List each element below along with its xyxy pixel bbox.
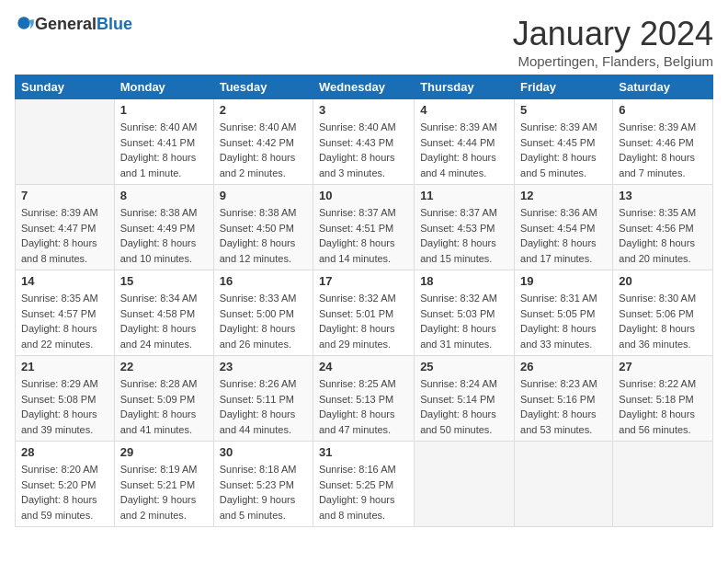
- header-day-tuesday: Tuesday: [213, 75, 313, 99]
- day-info: Sunrise: 8:22 AM Sunset: 5:18 PM Dayligh…: [619, 376, 707, 437]
- calendar-cell: 8Sunrise: 8:38 AM Sunset: 4:49 PM Daylig…: [114, 185, 213, 270]
- calendar-cell: 16Sunrise: 8:33 AM Sunset: 5:00 PM Dayli…: [213, 270, 313, 356]
- day-info: Sunrise: 8:28 AM Sunset: 5:09 PM Dayligh…: [120, 376, 208, 437]
- day-info: Sunrise: 8:39 AM Sunset: 4:47 PM Dayligh…: [21, 205, 108, 266]
- logo-text-blue: Blue: [97, 15, 132, 33]
- day-info: Sunrise: 8:31 AM Sunset: 5:05 PM Dayligh…: [520, 291, 607, 351]
- calendar-cell: 9Sunrise: 8:38 AM Sunset: 4:50 PM Daylig…: [213, 185, 313, 270]
- calendar-cell: 14Sunrise: 8:35 AM Sunset: 4:57 PM Dayli…: [16, 270, 115, 356]
- day-number: 22: [120, 360, 208, 373]
- month-title: January 2024: [513, 15, 713, 53]
- day-number: 10: [319, 189, 408, 202]
- day-info: Sunrise: 8:29 AM Sunset: 5:08 PM Dayligh…: [21, 376, 108, 437]
- day-info: Sunrise: 8:25 AM Sunset: 5:13 PM Dayligh…: [319, 376, 408, 437]
- day-number: 5: [520, 103, 607, 117]
- day-info: Sunrise: 8:18 AM Sunset: 5:23 PM Dayligh…: [220, 462, 307, 523]
- day-info: Sunrise: 8:40 AM Sunset: 4:41 PM Dayligh…: [120, 120, 208, 180]
- logo-icon: [17, 16, 35, 34]
- calendar-cell: 26Sunrise: 8:23 AM Sunset: 5:16 PM Dayli…: [515, 356, 613, 442]
- calendar-cell: 13Sunrise: 8:35 AM Sunset: 4:56 PM Dayli…: [613, 185, 713, 270]
- calendar-table: SundayMondayTuesdayWednesdayThursdayFrid…: [15, 75, 713, 527]
- calendar-cell: 27Sunrise: 8:22 AM Sunset: 5:18 PM Dayli…: [613, 356, 713, 442]
- calendar-cell: 18Sunrise: 8:32 AM Sunset: 5:03 PM Dayli…: [415, 270, 515, 356]
- calendar-cell: 29Sunrise: 8:19 AM Sunset: 5:21 PM Dayli…: [114, 442, 213, 527]
- day-number: 24: [319, 360, 408, 373]
- calendar-cell: 6Sunrise: 8:39 AM Sunset: 4:46 PM Daylig…: [613, 99, 713, 185]
- day-number: 27: [619, 360, 707, 373]
- calendar-cell: 24Sunrise: 8:25 AM Sunset: 5:13 PM Dayli…: [313, 356, 414, 442]
- svg-point-0: [17, 17, 29, 29]
- day-info: Sunrise: 8:36 AM Sunset: 4:54 PM Dayligh…: [520, 205, 607, 266]
- week-row-1: 1Sunrise: 8:40 AM Sunset: 4:41 PM Daylig…: [16, 99, 713, 185]
- calendar-cell: 11Sunrise: 8:37 AM Sunset: 4:53 PM Dayli…: [415, 185, 515, 270]
- day-number: 25: [420, 360, 508, 373]
- calendar-cell: 22Sunrise: 8:28 AM Sunset: 5:09 PM Dayli…: [114, 356, 213, 442]
- header-day-wednesday: Wednesday: [313, 75, 414, 99]
- calendar-cell: 12Sunrise: 8:36 AM Sunset: 4:54 PM Dayli…: [515, 185, 613, 270]
- calendar-cell: 17Sunrise: 8:32 AM Sunset: 5:01 PM Dayli…: [313, 270, 414, 356]
- calendar-cell: [415, 442, 515, 527]
- day-number: 6: [619, 103, 707, 117]
- calendar-cell: 28Sunrise: 8:20 AM Sunset: 5:20 PM Dayli…: [16, 442, 115, 527]
- day-number: 26: [520, 360, 607, 373]
- calendar-cell: 2Sunrise: 8:40 AM Sunset: 4:42 PM Daylig…: [213, 99, 313, 185]
- header-day-saturday: Saturday: [613, 75, 713, 99]
- day-number: 1: [120, 103, 208, 117]
- day-number: 21: [21, 360, 108, 373]
- calendar-cell: 1Sunrise: 8:40 AM Sunset: 4:41 PM Daylig…: [114, 99, 213, 185]
- day-info: Sunrise: 8:32 AM Sunset: 5:03 PM Dayligh…: [420, 291, 508, 351]
- calendar-cell: 4Sunrise: 8:39 AM Sunset: 4:44 PM Daylig…: [415, 99, 515, 185]
- day-number: 29: [120, 445, 208, 459]
- calendar-cell: 3Sunrise: 8:40 AM Sunset: 4:43 PM Daylig…: [313, 99, 414, 185]
- calendar-cell: 21Sunrise: 8:29 AM Sunset: 5:08 PM Dayli…: [16, 356, 115, 442]
- calendar-cell: 15Sunrise: 8:34 AM Sunset: 4:58 PM Dayli…: [114, 270, 213, 356]
- header-day-thursday: Thursday: [415, 75, 515, 99]
- calendar-cell: 25Sunrise: 8:24 AM Sunset: 5:14 PM Dayli…: [415, 356, 515, 442]
- day-info: Sunrise: 8:37 AM Sunset: 4:53 PM Dayligh…: [420, 205, 508, 266]
- week-row-4: 21Sunrise: 8:29 AM Sunset: 5:08 PM Dayli…: [16, 356, 713, 442]
- calendar-cell: 7Sunrise: 8:39 AM Sunset: 4:47 PM Daylig…: [16, 185, 115, 270]
- location-title: Mopertingen, Flanders, Belgium: [513, 53, 713, 69]
- calendar-cell: 19Sunrise: 8:31 AM Sunset: 5:05 PM Dayli…: [515, 270, 613, 356]
- header-day-friday: Friday: [515, 75, 613, 99]
- header-row: SundayMondayTuesdayWednesdayThursdayFrid…: [16, 75, 713, 99]
- day-info: Sunrise: 8:33 AM Sunset: 5:00 PM Dayligh…: [220, 291, 307, 351]
- day-number: 12: [520, 189, 607, 202]
- day-number: 16: [220, 274, 307, 288]
- day-number: 3: [319, 103, 408, 117]
- calendar-cell: 20Sunrise: 8:30 AM Sunset: 5:06 PM Dayli…: [613, 270, 713, 356]
- week-row-5: 28Sunrise: 8:20 AM Sunset: 5:20 PM Dayli…: [16, 442, 713, 527]
- day-number: 17: [319, 274, 408, 288]
- day-number: 4: [420, 103, 508, 117]
- day-info: Sunrise: 8:37 AM Sunset: 4:51 PM Dayligh…: [319, 205, 408, 266]
- day-number: 20: [619, 274, 707, 288]
- header-day-sunday: Sunday: [16, 75, 115, 99]
- day-number: 11: [420, 189, 508, 202]
- day-number: 23: [220, 360, 307, 373]
- day-number: 13: [619, 189, 707, 202]
- day-number: 14: [21, 274, 108, 288]
- calendar-cell: [515, 442, 613, 527]
- calendar-cell: 5Sunrise: 8:39 AM Sunset: 4:45 PM Daylig…: [515, 99, 613, 185]
- day-info: Sunrise: 8:26 AM Sunset: 5:11 PM Dayligh…: [220, 376, 307, 437]
- logo-text-general: General: [35, 15, 97, 33]
- day-info: Sunrise: 8:34 AM Sunset: 4:58 PM Dayligh…: [120, 291, 208, 351]
- day-number: 2: [220, 103, 307, 117]
- day-info: Sunrise: 8:38 AM Sunset: 4:49 PM Dayligh…: [120, 205, 208, 266]
- header: GeneralBlue January 2024 Mopertingen, Fl…: [15, 15, 713, 69]
- day-info: Sunrise: 8:39 AM Sunset: 4:44 PM Dayligh…: [420, 120, 508, 180]
- day-info: Sunrise: 8:16 AM Sunset: 5:25 PM Dayligh…: [319, 462, 408, 523]
- day-info: Sunrise: 8:30 AM Sunset: 5:06 PM Dayligh…: [619, 291, 707, 351]
- day-number: 30: [220, 445, 307, 459]
- day-info: Sunrise: 8:35 AM Sunset: 4:56 PM Dayligh…: [619, 205, 707, 266]
- logo: GeneralBlue: [15, 15, 132, 34]
- day-info: Sunrise: 8:38 AM Sunset: 4:50 PM Dayligh…: [220, 205, 307, 266]
- day-info: Sunrise: 8:35 AM Sunset: 4:57 PM Dayligh…: [21, 291, 108, 351]
- calendar-cell: 31Sunrise: 8:16 AM Sunset: 5:25 PM Dayli…: [313, 442, 414, 527]
- week-row-2: 7Sunrise: 8:39 AM Sunset: 4:47 PM Daylig…: [16, 185, 713, 270]
- day-info: Sunrise: 8:32 AM Sunset: 5:01 PM Dayligh…: [319, 291, 408, 351]
- day-info: Sunrise: 8:24 AM Sunset: 5:14 PM Dayligh…: [420, 376, 508, 437]
- day-number: 19: [520, 274, 607, 288]
- day-info: Sunrise: 8:23 AM Sunset: 5:16 PM Dayligh…: [520, 376, 607, 437]
- day-number: 7: [21, 189, 108, 202]
